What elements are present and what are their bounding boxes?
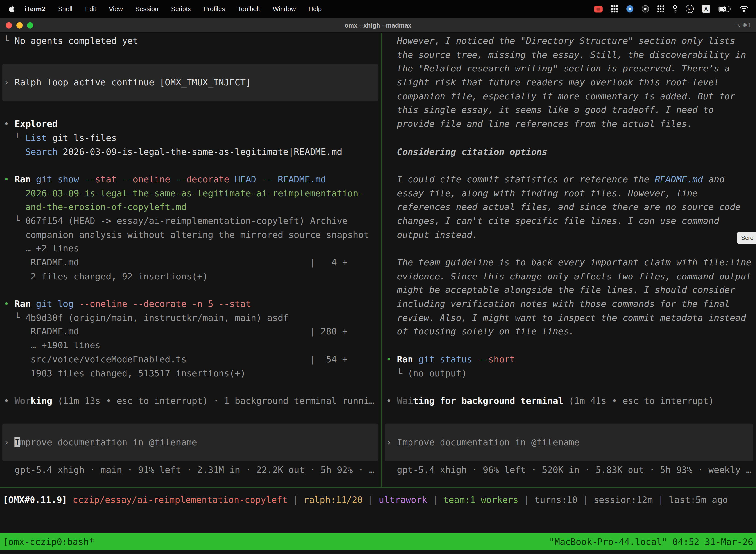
menu-iterm2[interactable]: iTerm2: [18, 5, 52, 12]
text-segment: |: [518, 494, 534, 505]
text-segment: Improve documentation in @filename: [397, 437, 579, 447]
text-segment: No agents completed yet: [15, 36, 138, 46]
tmux-status-bar: [omx-cczip0:bash* "MacBook-Pro-44.local"…: [0, 533, 756, 550]
wifi-icon[interactable]: [740, 5, 748, 12]
text-segment: (1m 41s • esc to interrupt): [564, 396, 714, 406]
text-segment: └: [4, 36, 15, 46]
zoom-button[interactable]: [27, 22, 33, 28]
menu-scripts[interactable]: Scripts: [165, 5, 197, 12]
text-segment: README.md: [655, 174, 703, 184]
left-terminal-pane[interactable]: └ No agents completed yet› Ralph loop ac…: [0, 33, 381, 487]
menu-session[interactable]: Session: [129, 5, 165, 12]
text-segment: |: [288, 494, 304, 505]
menu-shell[interactable]: Shell: [52, 5, 79, 12]
minimize-button[interactable]: [16, 22, 22, 28]
terminal-area[interactable]: └ No agents completed yet› Ralph loop ac…: [0, 33, 756, 487]
blank-line: [386, 242, 756, 256]
blue-app-icon[interactable]: [626, 5, 633, 12]
screen-share-chip[interactable]: Scre: [737, 232, 756, 244]
prompt-input[interactable]: › Improve documentation in @filename: [385, 424, 753, 461]
text-segment: (11m 13s • esc to interrupt): [52, 396, 213, 406]
right-terminal-pane[interactable]: However, I noticed the "Directory Struct…: [382, 33, 756, 487]
menu-profiles[interactable]: Profiles: [197, 5, 232, 12]
menu-toolbelt[interactable]: Toolbelt: [232, 5, 266, 12]
window-title: omx --xhigh --madmax: [344, 21, 412, 29]
window-titlebar[interactable]: omx --xhigh --madmax ⌥⌘1: [0, 18, 756, 33]
blank-line: [4, 104, 381, 117]
text-segment: Considering citation options: [386, 147, 548, 157]
terminal-line: The team guideline is to back every impo…: [386, 256, 756, 270]
terminal-line: Search 2026-03-09-is-legal-the-same-as-l…: [4, 145, 381, 159]
text-segment: ›: [4, 437, 15, 447]
text-segment: --short: [472, 354, 515, 364]
terminal-line: I could cite commit statistics or refere…: [386, 173, 756, 187]
ran-git-show: • Ran git show --stat --oneline --decora…: [4, 173, 381, 187]
tmux-vertical-pane-divider[interactable]: [381, 33, 382, 488]
text-segment: last:5m ago: [669, 494, 728, 505]
text-segment: |: [427, 494, 443, 505]
text-segment: 2026-03-09-is-legal-the-same-as-legitima…: [58, 147, 342, 157]
text-segment: I could cite commit statistics or refere…: [386, 174, 655, 184]
battery-percent-badge[interactable]: 61: [686, 5, 694, 13]
text-segment: essay file, along with finding root file…: [386, 188, 698, 198]
omx-status-pane: [OMX#0.11.9] cczip/essay/ai-reimplementa…: [0, 488, 756, 532]
dots-grid-icon[interactable]: [657, 5, 665, 12]
text-segment: changes, I can't cite specific file line…: [386, 216, 719, 226]
terminal-line: provide file and line references from th…: [386, 117, 756, 131]
tmux-host-clock: "MacBook-Pro-44.local" 04:52 31-Mar-26: [549, 537, 753, 547]
terminal-line: └ (no output): [386, 366, 756, 380]
text-segment: I: [15, 437, 20, 447]
terminal-line: └ 067f154 (HEAD -> essay/ai-reimplementa…: [4, 214, 381, 228]
text-segment: 2 files changed, 92 insertions(+): [4, 271, 208, 281]
dark-app-icon[interactable]: [642, 5, 649, 12]
terminal-line: evidence. Since this change only affects…: [386, 270, 756, 283]
menu-window[interactable]: Window: [266, 5, 302, 12]
text-segment: and: [703, 174, 724, 184]
text-segment: Explored: [15, 119, 58, 129]
text-segment: •: [4, 119, 15, 129]
text-segment: Ralph loop active continue [OMX_TMUX_INJ…: [15, 77, 251, 88]
terminal-line: … +1901 lines: [4, 339, 381, 353]
close-button[interactable]: [6, 22, 12, 28]
text-segment: --: [256, 174, 278, 184]
text-segment: ›: [386, 437, 397, 447]
text-segment: (no output): [408, 368, 467, 378]
text-segment: |: [577, 494, 593, 505]
input-source-icon[interactable]: A: [702, 5, 710, 13]
terminal-line: 2 files changed, 92 insertions(+): [4, 270, 381, 283]
text-segment: king: [31, 396, 52, 406]
prompt-input: › Improve documentation in @filename: [2, 436, 197, 449]
text-segment: · 1 background terminal runni…: [213, 396, 375, 406]
terminal-line: review. Also, I might want to inspect th…: [386, 311, 756, 325]
terminal-line: companion analysis without altering the …: [4, 228, 381, 242]
terminal-line: the source tree, missing the essay. Stil…: [386, 48, 756, 62]
prompt-input[interactable]: › Improve documentation in @filename: [2, 424, 378, 461]
terminal-line: src/voice/voiceModeEnabled.ts | 54 +: [4, 353, 381, 367]
terminal-line: changes, I can't cite specific file line…: [386, 214, 756, 228]
menu-help[interactable]: Help: [302, 5, 328, 12]
text-segment: git show: [36, 174, 79, 184]
terminal-line: references need actual files, and since …: [386, 200, 756, 214]
text-segment: The team guideline is to back every impo…: [386, 257, 751, 267]
terminal-line: might be acceptable alongside the file l…: [386, 283, 756, 297]
blank-line: [4, 48, 381, 62]
text-segment: 2026-03-09-is-legal-the-same-as-legitima…: [25, 188, 364, 198]
menu-view[interactable]: View: [103, 5, 129, 12]
screen-recording-icon[interactable]: [594, 5, 603, 12]
text-segment: List: [25, 132, 47, 143]
text-segment: •: [386, 354, 397, 364]
terminal-line: output instead.: [386, 228, 756, 242]
text-segment: [67, 494, 73, 505]
battery-icon[interactable]: [718, 6, 731, 12]
text-segment: ultrawork: [379, 494, 427, 505]
blank-line: [386, 159, 756, 173]
text-segment: |: [363, 494, 379, 505]
terminal-line: … +2 lines: [4, 242, 381, 256]
grid-app-icon[interactable]: [611, 5, 618, 12]
text-segment: [4, 202, 25, 212]
apple-menu-icon[interactable]: [9, 5, 15, 13]
key-icon[interactable]: [673, 5, 677, 13]
menu-edit[interactable]: Edit: [79, 5, 103, 12]
text-segment: references need actual files, and since …: [386, 202, 741, 212]
text-segment: of focusing solely on file lines.: [386, 326, 574, 337]
